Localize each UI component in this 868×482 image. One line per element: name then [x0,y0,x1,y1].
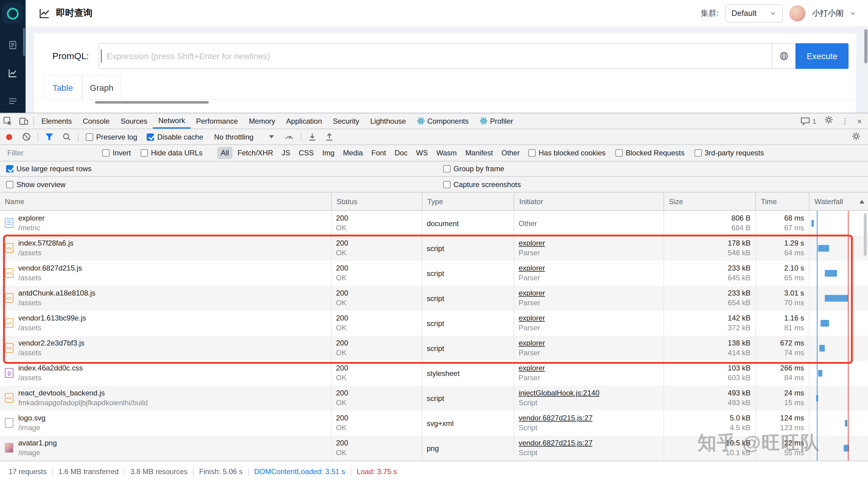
network-settings-button[interactable] [851,131,861,142]
filter-type-media[interactable]: Media [339,147,366,159]
devtools-tab-profiler[interactable]: Profiler [474,113,519,129]
tab-table[interactable]: Table [43,75,82,100]
column-divider[interactable] [514,211,514,461]
disable-cache-checkbox[interactable]: Disable cache [147,133,203,141]
preserve-log-checkbox[interactable]: Preserve log [86,133,137,141]
devtools-tab-network[interactable]: Network [153,113,190,129]
column-header-size[interactable]: Size [663,193,755,211]
use-large-request-rows-checkbox[interactable]: Use large request rows [6,165,92,173]
initiator-link[interactable]: explorer [519,264,545,273]
import-har-button[interactable] [308,133,317,141]
hide-data-urls-checkbox[interactable]: Hide data URLs [141,149,203,157]
inspect-element-button[interactable] [0,116,16,126]
devtools-settings-button[interactable] [824,115,833,127]
summary-load: Load: 3.75 s [357,467,397,476]
network-request-row[interactable]: antdChunk.a18e8108.js/assets200OKscripte… [0,286,868,311]
initiator-link[interactable]: vendor.6827d215.js:27 [519,414,593,422]
filter-input[interactable] [6,148,97,158]
column-header-initiator[interactable]: Initiator [514,193,663,211]
devtools-tab-memory[interactable]: Memory [244,113,281,129]
devtools-tab-security[interactable]: Security [328,113,365,129]
filter-type-fetch-xhr[interactable]: Fetch/XHR [234,147,277,159]
close-icon[interactable]: × [857,116,862,126]
issues-button[interactable]: 1 [800,117,816,125]
devtools-tab-performance[interactable]: Performance [190,113,243,129]
column-divider[interactable] [755,211,756,461]
filter-type-wasm[interactable]: Wasm [433,147,461,159]
filter-type-other[interactable]: Other [498,147,524,159]
sidebar-item-list[interactable] [8,96,18,106]
initiator-link[interactable]: vendor.6827d215.js:27 [519,439,593,447]
sidebar-item-metrics[interactable] [8,68,18,78]
device-toolbar-button[interactable] [16,116,32,126]
column-divider[interactable] [663,211,664,461]
devtools-tab-components[interactable]: Components [411,113,474,129]
network-request-row[interactable]: index.46a2dd0c.css/assets200OKstylesheet… [0,361,868,386]
search-button[interactable] [62,132,71,141]
initiator-link[interactable]: explorer [519,239,545,247]
filter-type-img[interactable]: Img [319,147,338,159]
show-overview-checkbox[interactable]: Show overview [6,180,65,189]
devtools-tab-application[interactable]: Application [281,113,327,129]
table-scrollbar-thumb[interactable] [864,213,867,256]
promql-input[interactable] [99,43,772,69]
initiator-link[interactable]: injectGlobalHook.js:2140 [519,389,599,397]
devtools-tab-sources[interactable]: Sources [115,113,153,129]
initiator-link[interactable]: explorer [519,364,545,372]
column-divider[interactable] [331,211,332,461]
kebab-menu-icon[interactable]: ⋮ [841,116,849,125]
clear-button[interactable] [22,132,31,141]
network-request-row[interactable]: index.57f28fa6.js/assets200OKscriptexplo… [0,236,868,261]
capture-screenshots-checkbox[interactable]: Capture screenshots [443,180,521,189]
user-avatar[interactable] [789,5,806,22]
horizontal-scrollbar-thumb[interactable] [95,101,209,104]
tab-graph[interactable]: Graph [82,75,121,100]
column-header-status[interactable]: Status [331,193,422,211]
devtools-tab-elements[interactable]: Elements [36,113,77,129]
initiator-link[interactable]: explorer [519,314,545,322]
execute-button[interactable]: Execute [796,43,848,69]
invert-checkbox[interactable]: Invert [102,149,131,157]
network-request-row[interactable]: vendor1.613bc99e.js/assets200OKscriptexp… [0,311,868,336]
filter-type-css[interactable]: CSS [295,147,317,159]
network-request-row[interactable]: vendor2.2e3d7bf3.js/assets200OKscriptexp… [0,336,868,361]
third-party-requests-checkbox[interactable]: 3rd-party requests [694,149,764,157]
sort-asc-icon[interactable] [860,200,864,203]
chevron-down-icon[interactable] [850,10,856,16]
initiator-link[interactable]: explorer [519,339,545,347]
export-har-button[interactable] [326,133,334,141]
filter-toggle-button[interactable] [45,133,54,141]
filter-type-js[interactable]: JS [278,147,294,159]
throttling-select[interactable]: No throttling [214,133,274,141]
sidebar-item-docs[interactable] [8,40,18,50]
column-divider[interactable] [422,211,423,461]
filter-type-doc[interactable]: Doc [391,147,411,159]
blocked-requests-checkbox[interactable]: Blocked Requests [615,149,684,157]
network-request-row[interactable]: react_devtools_backend.jsfmkadmapgofadop… [0,386,868,411]
group-by-frame-checkbox[interactable]: Group by frame [443,165,504,173]
filter-type-ws[interactable]: WS [412,147,432,159]
initiator-link[interactable]: explorer [519,289,545,297]
page-scrollbar-thumb[interactable] [864,29,867,63]
devtools-tab-console[interactable]: Console [77,113,115,129]
column-divider[interactable] [809,211,810,461]
has-blocked-cookies-checkbox[interactable]: Has blocked cookies [528,149,606,157]
network-request-row[interactable]: explorer/metric200OKdocumentOther806 B68… [0,211,868,236]
cluster-select[interactable]: Default [725,4,783,22]
column-header-time[interactable]: Time [755,193,809,211]
sidebar-scrollbar[interactable] [23,28,25,56]
column-header-name[interactable]: Name [0,193,331,211]
record-button[interactable] [6,134,12,140]
filter-type-all[interactable]: All [217,147,232,159]
devtools-tab-lighthouse[interactable]: Lighthouse [365,113,411,129]
filter-type-font[interactable]: Font [368,147,390,159]
summary-transferred: 1.6 MB transferred [58,467,119,476]
column-header-type[interactable]: Type [422,193,514,211]
metrics-explorer-button[interactable] [772,43,796,69]
network-conditions-button[interactable] [285,132,294,142]
filter-type-manifest[interactable]: Manifest [462,147,497,159]
column-header-waterfall[interactable]: Waterfall [809,193,868,211]
network-request-row[interactable]: vendor.6827d215.js/assets200OKscriptexpl… [0,261,868,286]
size-transferred: 178 kB [728,239,750,247]
app-logo[interactable] [2,3,23,24]
